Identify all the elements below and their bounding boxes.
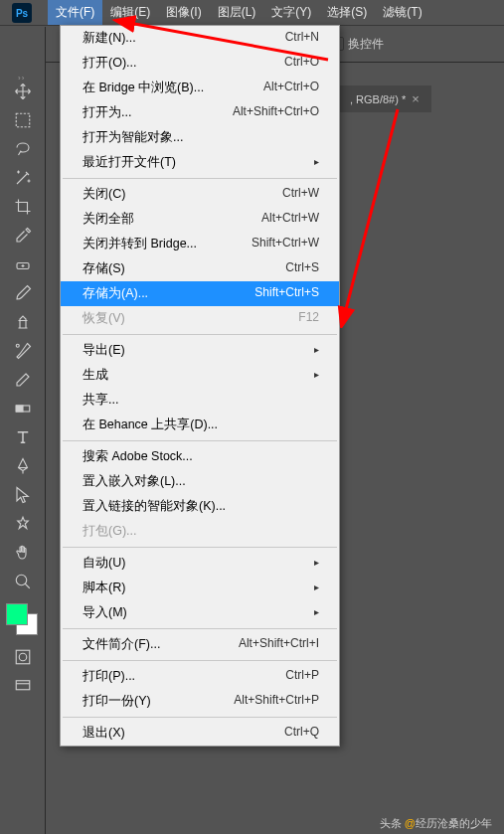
file-menu-item-25[interactable]: 脚本(R) [61,576,339,600]
left-toolbar: ›› [0,27,46,834]
submenu-arrow-icon [314,154,319,171]
svg-rect-4 [16,406,23,412]
menu-separator [63,334,337,335]
file-menu-item-31[interactable]: 打印一份(Y)Alt+Shift+Ctrl+P [61,689,339,714]
menu-item-shortcut: Shift+Ctrl+W [252,236,319,252]
menu-item-label: 生成 [83,367,108,384]
file-menu-item-10[interactable]: 存储(S)Ctrl+S [61,256,339,281]
close-icon[interactable]: × [412,91,420,106]
menu-item-5[interactable]: 选择(S) [319,0,375,25]
file-menu-item-33[interactable]: 退出(X)Ctrl+Q [61,721,339,746]
menu-item-label: 打开为智能对象... [83,129,183,146]
watermark-prefix: 头条 [380,817,402,829]
menu-item-label: 退出(X) [83,725,125,742]
eyedropper-tool[interactable] [5,222,41,250]
annotation-arrow-2 [333,99,413,328]
file-menu-item-4[interactable]: 打开为智能对象... [61,125,339,150]
hand-tool[interactable] [5,539,41,567]
eraser-tool[interactable] [5,366,41,394]
watermark: 头条 @经历沧桑的少年 [380,816,492,831]
file-menu-item-24[interactable]: 自动(U) [61,551,339,576]
watermark-name: 经历沧桑的少年 [416,817,492,829]
submenu-arrow-icon [314,555,319,572]
menu-item-shortcut: Ctrl+Q [284,725,319,742]
color-swatches[interactable] [6,603,38,635]
menu-item-label: 关闭全部 [83,211,134,228]
file-menu-item-11[interactable]: 存储为(A)...Shift+Ctrl+S [61,281,339,306]
menu-separator [63,178,337,179]
file-menu-item-8[interactable]: 关闭全部Alt+Ctrl+W [61,207,339,232]
menu-item-label: 打印一份(Y) [83,693,151,710]
file-menu-item-26[interactable]: 导入(M) [61,600,339,625]
shape-tool[interactable] [5,510,41,538]
screen-mode-tool[interactable] [5,672,41,700]
menu-separator [63,717,337,718]
history-brush-tool[interactable] [5,337,41,365]
magic-wand-tool[interactable] [5,164,41,192]
svg-point-5 [16,575,27,585]
menu-item-label: 存储为(A)... [83,285,148,302]
transform-controls-label: 换控件 [348,36,384,53]
type-tool[interactable] [5,423,41,451]
menu-item-label: 置入嵌入对象(L)... [83,473,186,490]
menu-item-label: 恢复(V) [83,310,125,327]
menu-item-6[interactable]: 滤镜(T) [375,0,429,25]
menu-item-label: 打开(O)... [83,55,136,72]
marquee-tool[interactable] [5,106,41,134]
menu-item-label: 在 Bridge 中浏览(B)... [83,80,204,96]
file-menu-item-28[interactable]: 文件简介(F)...Alt+Shift+Ctrl+I [61,632,339,657]
menu-item-label: 在 Behance 上共享(D)... [83,417,218,433]
file-menu-item-15[interactable]: 生成 [61,363,339,388]
brush-tool[interactable] [5,279,41,307]
menu-item-shortcut: Alt+Ctrl+O [263,80,319,96]
quick-mask-tool[interactable] [5,643,41,671]
submenu-arrow-icon [314,604,319,621]
menu-item-shortcut: Shift+Ctrl+S [254,285,319,302]
menu-item-label: 关闭(C) [83,186,125,203]
menu-item-label: 共享... [83,392,118,409]
zoom-tool[interactable] [5,568,41,595]
file-menu-item-19[interactable]: 搜索 Adobe Stock... [61,444,339,469]
file-menu-item-17[interactable]: 在 Behance 上共享(D)... [61,413,339,437]
menu-item-label: 存储(S) [83,260,125,277]
gradient-tool[interactable] [5,395,41,422]
healing-brush-tool[interactable] [5,250,41,278]
menu-item-label: 自动(U) [83,555,125,572]
file-menu-item-7[interactable]: 关闭(C)Ctrl+W [61,182,339,207]
pen-tool[interactable] [5,452,41,480]
file-menu-item-21[interactable]: 置入链接的智能对象(K)... [61,494,339,519]
lasso-tool[interactable] [5,135,41,163]
clone-stamp-tool[interactable] [5,308,41,336]
file-menu-item-16[interactable]: 共享... [61,388,339,413]
file-menu-item-9[interactable]: 关闭并转到 Bridge...Shift+Ctrl+W [61,232,339,256]
file-menu-item-3[interactable]: 打开为...Alt+Shift+Ctrl+O [61,100,339,125]
file-menu-item-30[interactable]: 打印(P)...Ctrl+P [61,664,339,689]
crop-tool[interactable] [5,193,41,221]
menu-item-2[interactable]: 图像(I) [158,0,209,25]
menu-item-3[interactable]: 图层(L) [210,0,264,25]
file-menu-item-2[interactable]: 在 Bridge 中浏览(B)...Alt+Ctrl+O [61,76,339,100]
path-selection-tool[interactable] [5,481,41,509]
ps-logo: Ps [12,3,32,23]
file-menu-item-14[interactable]: 导出(E) [61,338,339,363]
menu-item-label: 导入(M) [83,604,127,621]
menu-item-1[interactable]: 编辑(E) [102,0,158,25]
menu-separator [63,660,337,661]
file-menu-item-20[interactable]: 置入嵌入对象(L)... [61,469,339,494]
submenu-arrow-icon [314,367,319,384]
menu-separator [63,628,337,629]
file-menu-item-0[interactable]: 新建(N)...Ctrl+N [61,26,339,51]
svg-rect-0 [16,113,30,127]
menu-item-label: 新建(N)... [83,30,136,47]
menu-item-0[interactable]: 文件(F) [48,0,102,25]
menu-item-4[interactable]: 文字(Y) [263,0,319,25]
file-menu-item-1[interactable]: 打开(O)...Ctrl+O [61,51,339,76]
foreground-color[interactable] [6,603,28,625]
menu-item-shortcut: F12 [298,310,319,327]
document-tab[interactable]: , RGB/8#) * × [338,85,431,112]
menu-item-shortcut: Ctrl+N [285,30,319,47]
menu-item-shortcut: Alt+Shift+Ctrl+P [234,693,319,710]
file-menu-item-5[interactable]: 最近打开文件(T) [61,150,339,175]
menu-item-label: 搜索 Adobe Stock... [83,448,193,465]
menu-separator [63,440,337,441]
